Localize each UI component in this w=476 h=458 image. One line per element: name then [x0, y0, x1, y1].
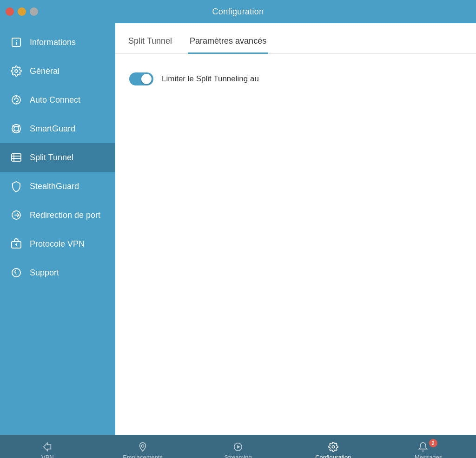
bottom-nav: VPN Emplacements Streaming Configuration… — [0, 435, 476, 458]
sidebar-item-vpn-protocol[interactable]: Protocole VPN — [0, 229, 115, 258]
smartguard-icon — [10, 123, 22, 135]
tab-advanced-params[interactable]: Paramètres avancés — [188, 28, 268, 54]
nav-item-configuration[interactable]: Configuration — [285, 435, 381, 458]
streaming-nav-icon-wrap — [233, 442, 243, 452]
info-icon — [10, 36, 22, 48]
support-icon — [10, 267, 22, 279]
sidebar-item-stealthguard[interactable]: StealthGuard — [0, 172, 115, 201]
messages-nav-icon — [418, 442, 428, 452]
config-nav-icon — [328, 442, 338, 452]
port-redirect-icon — [10, 209, 22, 221]
sidebar-label-stealthguard: StealthGuard — [30, 182, 79, 191]
vpn-nav-icon — [42, 442, 53, 452]
streaming-nav-icon — [233, 442, 243, 452]
toggle-knob — [141, 74, 152, 84]
window-title: Configuration — [212, 7, 264, 17]
content-body: Limiter le Split Tunneling au — [115, 54, 476, 435]
vpn-protocol-icon — [10, 238, 22, 250]
nav-item-locations[interactable]: Emplacements — [95, 435, 191, 458]
tabs-bar: Split Tunnel Paramètres avancés — [115, 28, 476, 54]
toggle-row: Limiter le Split Tunneling au — [129, 72, 462, 85]
sidebar-item-smartguard[interactable]: SmartGuard — [0, 114, 115, 143]
sidebar-item-informations[interactable]: Informations — [0, 28, 115, 57]
svg-point-23 — [141, 445, 144, 447]
svg-marker-25 — [237, 445, 240, 448]
nav-label-messages: Messages — [415, 454, 442, 458]
sidebar-label-auto-connect: Auto Connect — [30, 95, 80, 105]
svg-rect-13 — [12, 154, 21, 161]
svg-point-8 — [14, 126, 19, 131]
maximize-button[interactable] — [30, 7, 38, 16]
sidebar-item-support[interactable]: Support — [0, 258, 115, 287]
sidebar-item-port-redirect[interactable]: Redirection de port — [0, 201, 115, 229]
sidebar-item-auto-connect[interactable]: Auto Connect — [0, 85, 115, 114]
sidebar-label-general: Général — [30, 66, 60, 76]
nav-label-locations: Emplacements — [123, 454, 163, 458]
nav-item-messages[interactable]: 2 Messages — [381, 435, 476, 458]
split-tunnel-toggle[interactable] — [129, 72, 153, 85]
svg-point-19 — [16, 244, 17, 245]
main-container: Informations Général Auto Connect SmartG… — [0, 23, 476, 435]
sidebar-label-support: Support — [30, 268, 59, 278]
content-panel: Split Tunnel Paramètres avancés Limiter … — [115, 23, 476, 435]
messages-badge: 2 — [429, 439, 437, 447]
stealthguard-icon — [10, 180, 22, 192]
svg-point-26 — [332, 445, 335, 448]
nav-item-streaming[interactable]: Streaming — [191, 435, 286, 458]
svg-marker-22 — [44, 443, 51, 451]
tab-split-tunnel[interactable]: Split Tunnel — [126, 28, 174, 54]
config-nav-icon-wrap — [328, 442, 338, 452]
title-bar: Configuration — [0, 0, 476, 23]
messages-nav-icon-wrap: 2 — [418, 442, 439, 452]
sidebar-label-split-tunnel: Split Tunnel — [30, 153, 73, 163]
nav-label-vpn: VPN — [41, 454, 54, 458]
svg-point-3 — [15, 70, 18, 72]
locations-nav-icon-wrap — [138, 442, 148, 452]
sidebar-label-informations: Informations — [30, 38, 76, 47]
gear-icon — [10, 65, 22, 77]
svg-point-21 — [12, 268, 20, 277]
sidebar: Informations Général Auto Connect SmartG… — [0, 23, 115, 435]
autoconnect-icon — [10, 94, 22, 106]
close-button[interactable] — [6, 7, 14, 16]
nav-label-streaming: Streaming — [224, 454, 251, 458]
window-controls — [6, 7, 38, 16]
toggle-label: Limiter le Split Tunneling au — [162, 74, 259, 84]
sidebar-label-vpn-protocol: Protocole VPN — [30, 239, 85, 249]
split-tunnel-icon — [10, 151, 22, 164]
nav-label-configuration: Configuration — [315, 454, 351, 458]
nav-item-vpn[interactable]: VPN — [0, 435, 95, 458]
vpn-nav-icon-wrap — [42, 442, 53, 452]
sidebar-item-split-tunnel[interactable]: Split Tunnel — [0, 143, 115, 172]
sidebar-item-general[interactable]: Général — [0, 57, 115, 85]
sidebar-label-smartguard: SmartGuard — [30, 124, 75, 134]
minimize-button[interactable] — [18, 7, 26, 16]
sidebar-label-port-redirect: Redirection de port — [30, 210, 100, 220]
locations-nav-icon — [138, 442, 148, 452]
